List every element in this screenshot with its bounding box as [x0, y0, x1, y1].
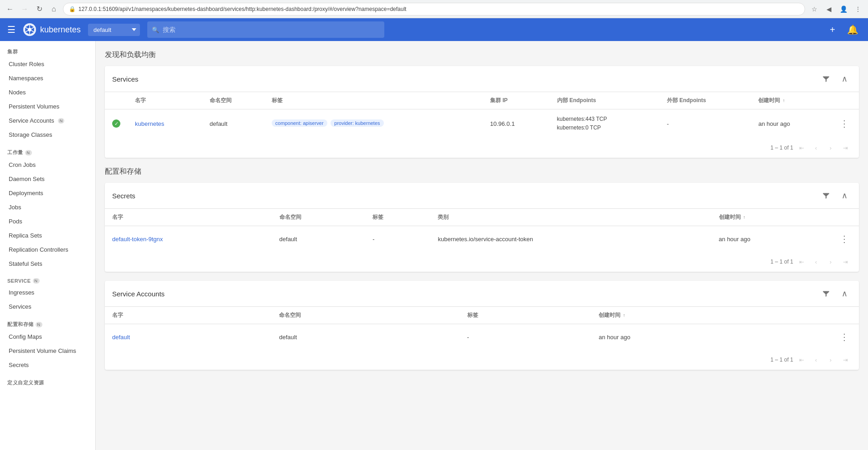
cron-jobs-label: Cron Jobs [9, 161, 36, 168]
secrets-pagination: 1 – 1 of 1 ⇤ ‹ › ⇥ [105, 252, 859, 272]
search-container: 🔍 [147, 21, 384, 38]
secret-type: kubernetes.io/service-account-token [438, 236, 533, 243]
sa-sort-icon: ↑ [623, 313, 625, 318]
secret-name-link[interactable]: default-token-9tgnx [112, 236, 163, 243]
service-name-link[interactable]: kubernetes [135, 120, 164, 127]
extensions-button[interactable]: ◀ [823, 4, 834, 15]
secret-more-button[interactable]: ⋮ [837, 232, 852, 246]
star-button[interactable]: ☆ [809, 4, 820, 15]
replication-controllers-label: Replication Controllers [9, 246, 68, 253]
config-badge: N [36, 322, 42, 327]
sidebar-item-storage-classes[interactable]: Storage Classes [0, 128, 95, 142]
service-badge: N [33, 278, 40, 284]
service-section-label: Service N [0, 271, 95, 285]
sidebar-item-nodes[interactable]: Nodes [0, 85, 95, 99]
secrets-collapse-button[interactable]: ∧ [837, 188, 852, 203]
sidebar-item-services[interactable]: Services [0, 300, 95, 314]
sa-more-button[interactable]: ⋮ [837, 330, 852, 344]
sa-first-page-button[interactable]: ⇤ [795, 353, 808, 366]
service-cluster-ip: 10.96.0.1 [490, 120, 515, 127]
secrets-label: Secrets [9, 362, 29, 368]
services-filter-button[interactable] [819, 72, 833, 86]
search-input[interactable] [163, 26, 380, 33]
ingresses-label: Ingresses [9, 289, 34, 296]
services-col-internal-endpoints: 内部 Endpoints [550, 92, 660, 109]
sidebar-item-replica-sets[interactable]: Replica Sets [0, 228, 95, 243]
status-ok-icon: ✓ [112, 119, 120, 128]
sa-last-page-button[interactable]: ⇥ [839, 353, 852, 366]
secrets-first-page-button[interactable]: ⇤ [795, 255, 808, 268]
sa-prev-page-button[interactable]: ‹ [810, 353, 822, 366]
service-accounts-card: Service Accounts ∧ 名字 [105, 281, 859, 370]
sidebar-item-namespaces[interactable]: Namespaces [0, 71, 95, 85]
services-card: Services ∧ 名字 [105, 66, 859, 158]
url-text: 127.0.0.1:51609/api/v1/namespaces/kubern… [78, 6, 799, 12]
app: ☰ kubernetes default kube-system kube-pu… [0, 18, 868, 450]
namespace-select[interactable]: default kube-system kube-public [88, 24, 140, 36]
reload-button[interactable]: ↻ [34, 4, 45, 15]
service-label-2: provider: kubernetes [331, 119, 383, 127]
services-pagination-text: 1 – 1 of 1 [770, 145, 793, 151]
sa-labels: - [467, 334, 469, 341]
kubernetes-logo [23, 23, 36, 36]
add-button[interactable]: + [824, 21, 841, 38]
sidebar-item-stateful-sets[interactable]: Stateful Sets [0, 257, 95, 271]
sidebar-item-persistent-volume-claims[interactable]: Persistent Volume Claims [0, 344, 95, 358]
table-row: ✓ kubernetes default component: apiserve… [105, 109, 859, 138]
pods-label: Pods [9, 218, 22, 225]
secrets-next-page-button[interactable]: › [824, 255, 837, 268]
sidebar-item-deployments[interactable]: Deployments [0, 186, 95, 200]
profile-button[interactable]: 👤 [838, 4, 849, 15]
hamburger-icon[interactable]: ☰ [7, 24, 16, 35]
service-namespace: default [210, 120, 227, 127]
sidebar-item-cron-jobs[interactable]: Cron Jobs [0, 158, 95, 172]
back-button[interactable]: ← [5, 4, 16, 15]
services-first-page-button[interactable]: ⇤ [795, 141, 808, 154]
secrets-prev-page-button[interactable]: ‹ [810, 255, 822, 268]
sidebar-item-jobs[interactable]: Jobs [0, 200, 95, 214]
service-internal-endpoints: kubernetes:443 TCP kubernetes:0 TCP [557, 115, 652, 132]
sa-namespace: default [279, 334, 297, 341]
sidebar-item-cluster-roles[interactable]: Cluster Roles [0, 57, 95, 71]
sidebar-item-daemon-sets[interactable]: Daemon Sets [0, 172, 95, 186]
sa-pagination: 1 – 1 of 1 ⇤ ‹ › ⇥ [105, 350, 859, 370]
deployments-label: Deployments [9, 190, 43, 197]
forward-button[interactable]: → [19, 4, 30, 15]
sort-icon-created: ↑ [783, 98, 785, 103]
svg-point-1 [28, 28, 31, 31]
service-label-1: component: apiserver [272, 119, 327, 127]
sidebar-item-persistent-volumes[interactable]: Persistent Volumes [0, 99, 95, 114]
cluster-roles-label: Cluster Roles [9, 61, 44, 67]
secrets-sort-icon: ↑ [743, 215, 745, 220]
services-label: Services [9, 303, 31, 310]
sidebar-item-secrets[interactable]: Secrets [0, 358, 95, 372]
sidebar-item-ingresses[interactable]: Ingresses [0, 285, 95, 300]
services-card-header: Services ∧ [105, 66, 859, 92]
service-more-button[interactable]: ⋮ [837, 116, 852, 131]
sidebar-item-pods[interactable]: Pods [0, 214, 95, 228]
jobs-label: Jobs [9, 204, 21, 211]
sidebar-item-service-accounts[interactable]: Service Accounts N [0, 114, 95, 128]
secret-created: an hour ago [719, 236, 750, 243]
services-next-page-button[interactable]: › [824, 141, 837, 154]
notification-button[interactable]: 🔔 [844, 21, 861, 38]
service-accounts-card-header: Service Accounts ∧ [105, 281, 859, 307]
sidebar-item-replication-controllers[interactable]: Replication Controllers [0, 243, 95, 257]
top-nav: ☰ kubernetes default kube-system kube-pu… [0, 18, 868, 41]
services-last-page-button[interactable]: ⇥ [839, 141, 852, 154]
service-accounts-collapse-button[interactable]: ∧ [837, 286, 852, 301]
address-bar: 🔒 127.0.0.1:51609/api/v1/namespaces/kube… [63, 3, 805, 16]
services-col-name: 名字 [128, 92, 202, 109]
services-collapse-button[interactable]: ∧ [837, 72, 852, 86]
persistent-volume-claims-label: Persistent Volume Claims [9, 347, 76, 354]
sa-col-namespace: 命名空间 [272, 307, 460, 324]
secrets-filter-button[interactable] [819, 188, 833, 203]
home-button[interactable]: ⌂ [48, 4, 59, 15]
secrets-last-page-button[interactable]: ⇥ [839, 255, 852, 268]
service-accounts-filter-button[interactable] [819, 286, 833, 301]
sidebar-item-config-maps[interactable]: Config Maps [0, 330, 95, 344]
menu-button[interactable]: ⋮ [852, 4, 863, 15]
sa-name-link[interactable]: default [112, 334, 130, 341]
sa-next-page-button[interactable]: › [824, 353, 837, 366]
services-prev-page-button[interactable]: ‹ [810, 141, 822, 154]
